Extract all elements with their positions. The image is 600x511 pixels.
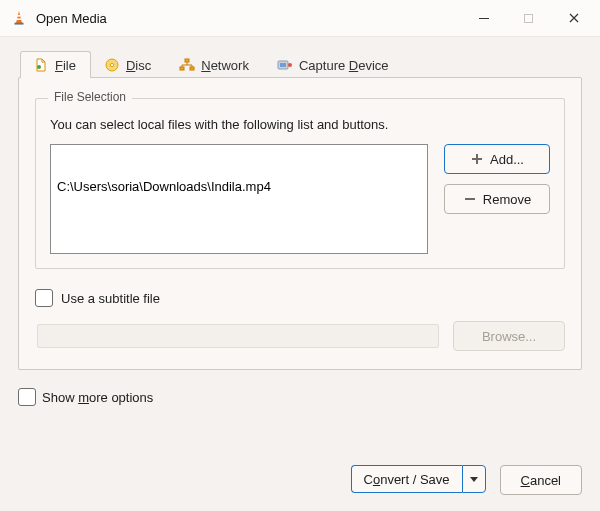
svg-rect-5: [525, 14, 533, 22]
tab-file-label: File: [55, 58, 76, 73]
network-icon: [179, 57, 195, 73]
file-selection-group: File Selection You can select local file…: [35, 98, 565, 269]
tabs: File Disc: [20, 47, 582, 77]
remove-button-label: Remove: [483, 192, 531, 207]
tab-disc-label: Disc: [126, 58, 151, 73]
tab-disc[interactable]: Disc: [91, 51, 166, 78]
capture-icon: [277, 57, 293, 73]
tab-panel-file: File Selection You can select local file…: [18, 77, 582, 370]
tab-network-label: Network: [201, 58, 249, 73]
svg-point-6: [37, 65, 41, 69]
maximize-button[interactable]: [506, 0, 551, 36]
minus-icon: [463, 192, 477, 206]
subtitle-section: Use a subtitle file Browse...: [35, 289, 565, 351]
file-selection-legend: File Selection: [48, 90, 132, 104]
svg-rect-10: [180, 67, 184, 70]
remove-button[interactable]: Remove: [444, 184, 550, 214]
file-icon: [33, 57, 49, 73]
subtitle-path-input: [37, 324, 439, 348]
cancel-button[interactable]: Cancel: [500, 465, 582, 495]
chevron-down-icon: [469, 474, 479, 484]
file-list[interactable]: C:\Users\soria\Downloads\Indila.mp4: [50, 144, 428, 254]
tab-network[interactable]: Network: [166, 51, 264, 78]
svg-rect-3: [15, 23, 24, 25]
dialog-body: File Disc: [0, 37, 600, 511]
window-title: Open Media: [36, 11, 461, 26]
open-media-window: Open Media: [0, 0, 600, 511]
convert-save-button[interactable]: Convert / Save: [351, 465, 462, 493]
show-more-options-label: Show more options: [42, 390, 153, 405]
tab-capture[interactable]: Capture Device: [264, 51, 404, 78]
add-button[interactable]: Add...: [444, 144, 550, 174]
use-subtitle-label: Use a subtitle file: [61, 291, 160, 306]
file-list-item[interactable]: C:\Users\soria\Downloads\Indila.mp4: [57, 179, 421, 194]
browse-button: Browse...: [453, 321, 565, 351]
svg-rect-13: [280, 63, 286, 67]
show-more-options-checkbox[interactable]: [18, 388, 36, 406]
plus-icon: [470, 152, 484, 166]
dialog-footer: Convert / Save Cancel: [18, 451, 582, 495]
more-options-row: Show more options: [18, 388, 582, 406]
svg-rect-4: [479, 18, 489, 19]
svg-marker-0: [16, 11, 22, 23]
file-selection-hint: You can select local files with the foll…: [50, 117, 550, 132]
vlc-cone-icon: [10, 9, 28, 27]
svg-point-8: [110, 63, 113, 66]
tab-capture-label: Capture Device: [299, 58, 389, 73]
tab-file[interactable]: File: [20, 51, 91, 78]
titlebar: Open Media: [0, 0, 600, 37]
window-controls: [461, 0, 596, 36]
convert-save-splitbutton: Convert / Save: [351, 465, 486, 493]
add-button-label: Add...: [490, 152, 524, 167]
disc-icon: [104, 57, 120, 73]
cancel-button-label: Cancel: [521, 473, 561, 488]
svg-rect-17: [465, 198, 475, 200]
svg-marker-18: [470, 477, 478, 482]
svg-rect-11: [190, 67, 194, 70]
convert-save-dropdown[interactable]: [462, 465, 486, 493]
convert-save-label: Convert / Save: [364, 472, 450, 487]
use-subtitle-checkbox[interactable]: [35, 289, 53, 307]
browse-button-label: Browse...: [482, 329, 536, 344]
svg-point-14: [288, 63, 292, 67]
svg-rect-2: [17, 18, 22, 20]
svg-rect-9: [185, 59, 189, 62]
close-button[interactable]: [551, 0, 596, 36]
svg-rect-16: [472, 158, 482, 160]
minimize-button[interactable]: [461, 0, 506, 36]
svg-rect-1: [17, 15, 21, 17]
